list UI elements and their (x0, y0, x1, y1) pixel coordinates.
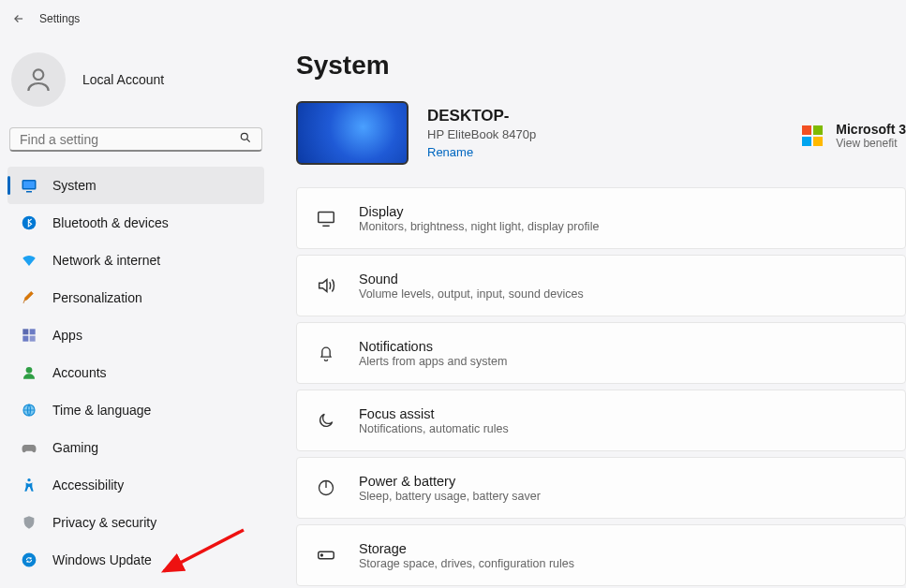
sidebar-item-label: Bluetooth & devices (52, 215, 169, 230)
card-title: Focus assist (359, 406, 509, 421)
sidebar-item-network[interactable]: Network & internet (7, 242, 264, 279)
sidebar-item-privacy[interactable]: Privacy & security (7, 504, 264, 541)
account-name: Local Account (82, 72, 164, 87)
card-subtitle: Alerts from apps and system (359, 355, 507, 368)
sidebar-item-gaming[interactable]: Gaming (7, 429, 264, 466)
card-title: Display (359, 204, 599, 219)
avatar (11, 52, 66, 107)
svg-rect-7 (30, 336, 36, 342)
apps-icon (21, 327, 37, 344)
device-thumbnail (296, 101, 408, 165)
search-icon (239, 131, 252, 148)
settings-cards: Display Monitors, brightness, night ligh… (296, 187, 906, 586)
svg-point-3 (22, 216, 37, 230)
nav-list: System Bluetooth & devices Network & int… (7, 167, 264, 579)
sound-icon (316, 275, 336, 296)
card-title: Sound (359, 272, 584, 287)
shield-icon (21, 514, 37, 531)
svg-point-0 (34, 69, 44, 80)
svg-rect-4 (22, 329, 28, 334)
svg-point-15 (321, 554, 323, 556)
svg-point-8 (26, 367, 33, 374)
search-box[interactable] (9, 127, 262, 152)
card-power-battery[interactable]: Power & battery Sleep, battery usage, ba… (296, 457, 906, 519)
sidebar-item-label: Gaming (52, 440, 98, 455)
svg-point-11 (22, 553, 35, 566)
power-icon (316, 478, 336, 498)
svg-rect-6 (22, 336, 28, 342)
wifi-icon (21, 252, 37, 269)
card-notifications[interactable]: Notifications Alerts from apps and syste… (296, 322, 906, 384)
svg-rect-5 (30, 329, 36, 334)
account-row[interactable]: Local Account (7, 47, 264, 120)
bell-icon (316, 343, 336, 363)
sidebar-item-label: Windows Update (52, 552, 152, 567)
microsoft-logo-icon (802, 125, 823, 146)
system-icon (21, 177, 37, 194)
svg-point-1 (241, 133, 247, 140)
svg-rect-2 (22, 181, 36, 189)
storage-icon (316, 545, 336, 566)
card-storage[interactable]: Storage Storage space, drives, configura… (296, 524, 906, 586)
card-subtitle: Sleep, battery usage, battery saver (359, 490, 541, 503)
sidebar-item-label: Time & language (52, 403, 151, 418)
main-content: System DESKTOP- HP EliteBook 8470p Renam… (272, 37, 906, 588)
brush-icon (21, 289, 37, 306)
gaming-icon (21, 439, 37, 456)
card-subtitle: Storage space, drives, configuration rul… (359, 557, 574, 570)
card-sound[interactable]: Sound Volume levels, output, input, soun… (296, 255, 906, 316)
sidebar-item-label: Network & internet (52, 253, 160, 268)
display-icon (316, 208, 336, 228)
card-focus-assist[interactable]: Focus assist Notifications, automatic ru… (296, 390, 906, 451)
accounts-icon (21, 364, 37, 381)
sidebar-item-label: Accessibility (52, 478, 124, 492)
back-button[interactable] (9, 9, 28, 28)
ms365-sub: View benefit (836, 137, 906, 150)
device-name: DESKTOP- (427, 107, 536, 125)
microsoft-365-card[interactable]: Microsoft 3 View benefit (802, 122, 906, 150)
sidebar-item-accounts[interactable]: Accounts (7, 354, 264, 391)
update-icon (21, 551, 37, 568)
sidebar-item-label: Personalization (52, 290, 142, 305)
card-subtitle: Notifications, automatic rules (359, 422, 509, 435)
sidebar-item-system[interactable]: System (7, 167, 264, 204)
sidebar-item-label: Accounts (52, 365, 107, 380)
sidebar-item-time-language[interactable]: Time & language (7, 391, 264, 429)
ms365-title: Microsoft 3 (836, 122, 906, 137)
sidebar-item-accessibility[interactable]: Accessibility (7, 466, 264, 504)
sidebar-item-apps[interactable]: Apps (7, 316, 264, 354)
card-title: Storage (359, 541, 574, 556)
sidebar-item-windows-update[interactable]: Windows Update (7, 541, 264, 579)
sidebar-item-label: System (52, 178, 97, 193)
svg-point-10 (27, 478, 30, 481)
titlebar: Settings (0, 0, 906, 37)
app-title: Settings (39, 12, 80, 25)
svg-rect-12 (319, 213, 334, 223)
sidebar: Local Account System Bluetooth & devices… (0, 37, 272, 588)
card-display[interactable]: Display Monitors, brightness, night ligh… (296, 187, 906, 249)
bluetooth-icon (21, 214, 37, 231)
card-subtitle: Monitors, brightness, night light, displ… (359, 220, 599, 233)
globe-icon (21, 402, 37, 419)
device-model: HP EliteBook 8470p (427, 127, 536, 141)
search-input[interactable] (20, 132, 239, 147)
sidebar-item-label: Apps (52, 328, 82, 343)
accessibility-icon (21, 477, 37, 493)
moon-icon (316, 410, 336, 431)
card-title: Power & battery (359, 474, 541, 489)
rename-link[interactable]: Rename (427, 145, 473, 159)
sidebar-item-personalization[interactable]: Personalization (7, 279, 264, 316)
card-title: Notifications (359, 339, 507, 354)
sidebar-item-bluetooth[interactable]: Bluetooth & devices (7, 204, 264, 242)
card-subtitle: Volume levels, output, input, sound devi… (359, 287, 584, 301)
page-title: System (296, 51, 906, 81)
sidebar-item-label: Privacy & security (52, 515, 156, 530)
